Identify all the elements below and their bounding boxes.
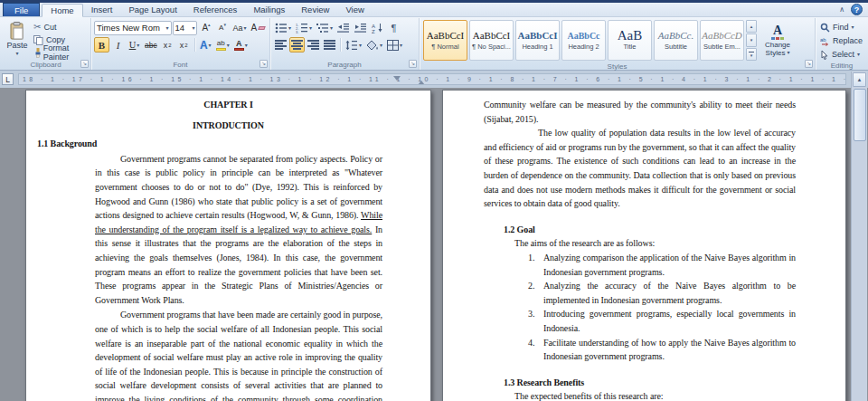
grow-font-button[interactable]: A▴ — [198, 20, 213, 35]
collapse-ribbon-icon[interactable]: ∧ — [839, 5, 844, 14]
paragraph-dialog-launcher-icon[interactable]: ↘ — [409, 60, 417, 68]
style-normal[interactable]: AaBbCcI ¶ Normal — [423, 20, 467, 61]
underline-button[interactable]: U▾ — [127, 37, 142, 53]
file-tab[interactable]: File — [3, 3, 40, 16]
intro-heading[interactable]: INTRODUCTION — [26, 119, 430, 133]
paragraph-1[interactable]: Government programs cannot be separated … — [95, 152, 382, 308]
chevron-down-icon: ▾ — [857, 52, 860, 57]
vertical-scrollbar[interactable]: ▲ — [851, 72, 867, 401]
format-painter-button[interactable]: Format Painter — [31, 46, 88, 59]
superscript-button[interactable]: x2 — [176, 37, 192, 53]
change-case-icon: Aa — [232, 24, 242, 33]
section-heading-1-1[interactable]: 1.1 Background — [37, 137, 430, 151]
svg-text:ab: ab — [820, 37, 826, 43]
tab-view[interactable]: View — [337, 3, 372, 16]
help-icon[interactable]: ? — [851, 4, 863, 15]
font-family-select[interactable]: Times New Rom ▾ — [94, 21, 172, 35]
font-size-select[interactable]: 14 ▾ — [173, 21, 198, 35]
justify-button[interactable] — [322, 37, 337, 53]
show-paragraph-marks-button[interactable]: ¶ — [386, 20, 401, 35]
italic-button[interactable]: I — [110, 37, 126, 53]
styles-more-button[interactable]: ▾ — [746, 48, 757, 61]
styles-scroll-up-button[interactable]: ▴ — [746, 20, 757, 33]
change-case-button[interactable]: Aa▾ — [231, 20, 248, 35]
paragraph-3[interactable]: Community welfare can be measured by the… — [484, 98, 796, 126]
chevron-down-icon: ▾ — [787, 50, 789, 55]
horizontal-ruler[interactable]: 18 · 1 · 17 · 1 · 16 · 1 · 15 · 1 · 14 ·… — [18, 73, 846, 85]
style-heading-2[interactable]: AaBbCc Heading 2 — [561, 20, 606, 61]
chevron-down-icon: ▾ — [192, 25, 194, 31]
paragraph-2[interactable]: Government programs that have been made … — [95, 308, 382, 401]
paste-button[interactable]: Paste ▾ — [4, 19, 31, 59]
highlight-button[interactable]: ab ▾ — [214, 37, 231, 53]
chapter-heading[interactable]: CHAPTER I — [26, 98, 430, 112]
multilevel-list-button[interactable]: ▾ — [315, 20, 335, 35]
style-heading-1[interactable]: AaBbCcI Heading 1 — [515, 20, 560, 61]
bold-button[interactable]: B — [94, 37, 109, 53]
goal-item-2[interactable]: 2.Analyzing the accuracy of the Naive Ba… — [528, 279, 796, 307]
styles-scroll-down-button[interactable]: ▾ — [746, 33, 757, 46]
text-effects-button[interactable]: A▾ — [198, 37, 213, 53]
style-title[interactable]: AaB Title — [608, 20, 652, 61]
goal-item-3[interactable]: 3.Introducing government programs, espec… — [528, 307, 796, 335]
shading-button[interactable]: ▾ — [364, 37, 384, 53]
change-styles-label-1: Change — [765, 41, 790, 49]
page-2[interactable]: Community welfare can be measured by the… — [442, 90, 846, 401]
subscript-button[interactable]: x2 — [160, 37, 175, 53]
style-no-spacing[interactable]: AaBbCcI ¶ No Spaci... — [469, 20, 514, 61]
goal-item-1[interactable]: 1.Analyzing comparison the application o… — [528, 251, 796, 279]
clear-formatting-button[interactable]: A — [249, 20, 267, 35]
style-subtitle[interactable]: AaBbCc. Subtitle — [654, 20, 698, 61]
line-spacing-icon — [345, 40, 358, 51]
chevron-down-icon: ▾ — [400, 43, 402, 48]
tab-review[interactable]: Review — [293, 3, 337, 16]
increase-indent-button[interactable] — [353, 20, 369, 35]
goals-intro[interactable]: The aims of the research are as follows: — [514, 236, 845, 251]
align-center-button[interactable] — [289, 37, 305, 53]
tab-insert[interactable]: Insert — [83, 3, 121, 16]
borders-button[interactable]: ▾ — [385, 37, 404, 53]
bullets-button[interactable]: ▾ — [273, 20, 293, 35]
styles-dialog-launcher-icon[interactable]: ↘ — [805, 60, 813, 68]
style-subtle-emphasis[interactable]: AaBbCcD Subtle Em... — [700, 20, 744, 61]
align-left-button[interactable] — [273, 37, 288, 53]
tab-references[interactable]: References — [185, 3, 246, 16]
svg-text:3.: 3. — [296, 30, 298, 33]
select-button[interactable]: Select ▾ — [818, 48, 865, 61]
tab-page-layout[interactable]: Page Layout — [120, 3, 184, 16]
font-dialog-launcher-icon[interactable]: ↘ — [259, 60, 268, 68]
section-heading-1-3[interactable]: 1.3 Research Benefits — [504, 376, 845, 390]
hanging-indent-marker[interactable] — [418, 81, 425, 85]
font-color-button[interactable]: A ▾ — [232, 37, 250, 53]
underline-icon: U — [129, 40, 137, 50]
decrease-indent-button[interactable] — [335, 20, 352, 35]
tab-mailings[interactable]: Mailings — [245, 3, 293, 16]
scrollbar-thumb[interactable] — [854, 89, 866, 141]
change-styles-button[interactable]: A Change Styles▾ — [759, 24, 797, 57]
paragraph-4[interactable]: The low quality of population data resul… — [484, 126, 796, 211]
strikethrough-button[interactable]: abc — [143, 37, 159, 53]
clipboard-dialog-launcher-icon[interactable]: ↘ — [80, 60, 89, 68]
sort-button[interactable]: AZ — [370, 20, 385, 35]
subscript-icon: x — [164, 41, 168, 50]
first-line-indent-marker[interactable] — [393, 76, 401, 81]
style-preview: AaBbCcI — [473, 30, 511, 42]
style-preview: AaBbCcD — [702, 30, 742, 42]
cut-label: Cut — [43, 23, 56, 32]
align-right-button[interactable] — [306, 37, 321, 53]
scrollbar-up-button[interactable]: ▲ — [853, 72, 866, 87]
line-spacing-button[interactable]: ▾ — [344, 37, 363, 53]
chevron-down-icon: ▾ — [359, 43, 362, 48]
format-painter-icon — [33, 48, 41, 58]
goal-item-4[interactable]: 4.Facilitate understanding of how to app… — [528, 336, 796, 364]
tab-home[interactable]: Home — [42, 4, 82, 17]
replace-button[interactable]: ab Replace — [818, 34, 865, 47]
cut-button[interactable]: ✂ Cut — [31, 21, 88, 33]
benefits-intro[interactable]: The expected benefits of this research a… — [514, 389, 845, 401]
shrink-font-button[interactable]: A▾ — [214, 20, 230, 35]
section-heading-1-2[interactable]: 1.2 Goal — [504, 223, 845, 237]
tab-stop-selector[interactable]: L — [2, 73, 14, 85]
page-1[interactable]: CHAPTER I INTRODUCTION 1.1 Background Go… — [25, 90, 431, 401]
numbering-button[interactable]: 1.2.3. ▾ — [294, 20, 314, 35]
find-button[interactable]: Find ▾ — [818, 21, 865, 33]
